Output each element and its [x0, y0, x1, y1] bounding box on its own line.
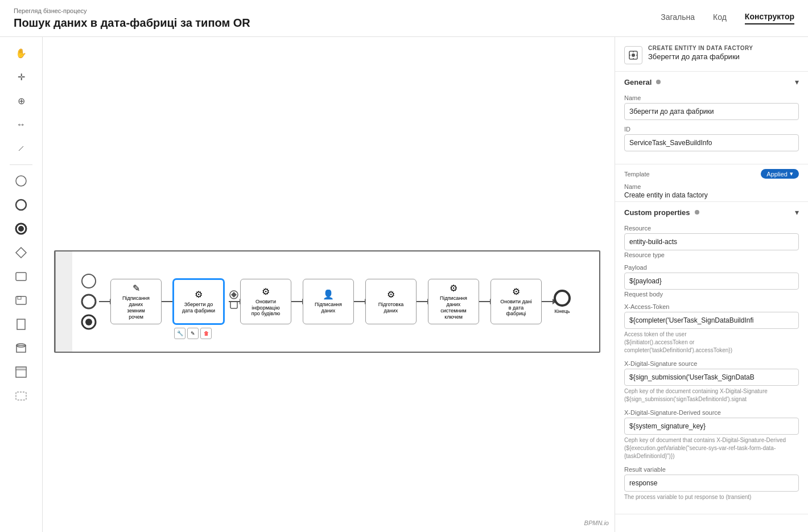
end-event-label: Кінець	[554, 308, 570, 314]
section-general-header[interactable]: General ▾	[615, 72, 808, 92]
page-shape-btn[interactable]	[10, 314, 32, 335]
section-general-body: Name ID	[615, 92, 808, 164]
section-custom-title: Custom properties	[624, 208, 699, 217]
template-badge-chevron: ▾	[790, 170, 793, 178]
template-section: Template Applied ▾ Name Create entity in…	[615, 164, 808, 202]
bpmn-watermark: BPMN.io	[584, 519, 609, 526]
page-title: Пошук даних в дата-фабриці за типом OR	[14, 17, 250, 30]
svg-point-0	[16, 176, 26, 186]
circle-filled-shape-btn[interactable]	[10, 218, 32, 239]
x-access-token-label: X-Access-Token	[624, 303, 799, 310]
canvas-inner: ✎ Підписанняданихземнимрочем ⚙	[43, 37, 615, 532]
header-left: Перегляд бізнес-процесу Пошук даних в да…	[14, 7, 250, 30]
section-general-title: General	[624, 78, 661, 86]
connect-tool-btn[interactable]: ⟋	[10, 138, 32, 159]
task2-label: Зберегти додата фабрики	[182, 302, 215, 314]
task7-icon: ⚙	[512, 286, 520, 297]
nav-item-code[interactable]: Код	[713, 13, 727, 24]
dotted-rect-shape-btn[interactable]	[10, 386, 32, 406]
svg-rect-8	[17, 319, 25, 329]
pool-label	[55, 251, 72, 352]
task-edit-action[interactable]: ✎	[187, 328, 199, 339]
cylinder-shape-btn[interactable]	[10, 338, 32, 358]
task-save-data-factory[interactable]: ⚙ Зберегти додата фабрики 🔧 ✎ 🗑	[173, 279, 224, 324]
circle-bold-shape-btn[interactable]	[10, 195, 32, 215]
task-wrench-action[interactable]: 🔧	[174, 328, 185, 339]
frame-shape-btn[interactable]	[10, 362, 32, 382]
resource-input[interactable]	[624, 233, 799, 250]
general-collapse-icon[interactable]: ▾	[795, 77, 799, 86]
section-custom-header[interactable]: Custom properties ▾	[615, 202, 808, 222]
x-digital-sig-desc: Ceph key of the document containing X-Di…	[624, 387, 799, 403]
task1-icon: ✎	[133, 283, 140, 294]
rect-shape-btn[interactable]	[10, 266, 32, 287]
nav-item-general[interactable]: Загальна	[661, 13, 695, 24]
panel-task-name: Зберегти до дата фабрики	[648, 52, 753, 61]
template-label: Template	[624, 171, 650, 178]
result-variable-label: Result variable	[624, 466, 799, 473]
task7-label: Оновити данів датафабриці	[500, 299, 532, 317]
x-digital-sig-derived-desc: Ceph key of document that contains X-Dig…	[624, 436, 799, 460]
task6-label: Підписанняданихсистемнимключем	[440, 295, 467, 320]
left-toolbar: ✋ ✛ ⊕ ↔ ⟋	[0, 37, 43, 532]
task4-icon: 👤	[323, 289, 334, 300]
section-custom-body: Resource Resource type Payload Request b…	[615, 222, 808, 514]
right-panel: CREATE ENTITY IN DATA FACTORY Зберегти д…	[615, 37, 808, 532]
start-events-group	[81, 273, 97, 330]
svg-rect-12	[16, 367, 26, 370]
x-digital-sig-field-group: X-Digital-Signature source Ceph key of t…	[624, 360, 799, 403]
template-badge-label: Applied	[766, 171, 788, 178]
template-badge[interactable]: Applied ▾	[761, 169, 799, 179]
x-digital-sig-input[interactable]	[624, 369, 799, 386]
rect-save-shape-btn[interactable]	[10, 290, 32, 311]
task2-icon: ⚙	[195, 289, 203, 300]
result-variable-desc: The process variable to put response to …	[624, 493, 799, 501]
task-action-buttons: 🔧 ✎ 🗑	[174, 328, 212, 339]
task-update-data-factory[interactable]: ⚙ Оновити данів датафабриці	[490, 279, 542, 324]
svg-point-23	[632, 53, 635, 57]
task-update-info[interactable]: ⚙ Оновитиінформаціюпро будівлю	[240, 279, 291, 324]
diamond-shape-btn[interactable]	[10, 242, 32, 263]
x-digital-sig-derived-field-group: X-Digital-Signature-Derived source Ceph …	[624, 409, 799, 460]
custom-collapse-icon[interactable]: ▾	[795, 208, 799, 217]
x-digital-sig-derived-input[interactable]	[624, 418, 799, 435]
task-sign-data-user[interactable]: 👤 Підписанняданих	[303, 279, 354, 324]
result-variable-field-group: Result variable The process variable to …	[624, 466, 799, 501]
task6-icon: ⚙	[450, 283, 457, 294]
resource-label: Resource	[624, 225, 799, 232]
svg-point-14	[82, 274, 96, 288]
gateway-icons	[229, 290, 238, 310]
payload-input[interactable]	[624, 273, 799, 290]
id-field-input[interactable]	[624, 134, 799, 151]
space-tool-btn[interactable]: ↔	[10, 114, 32, 135]
section-custom-props: Custom properties ▾ Resource Resource ty…	[615, 202, 808, 514]
circle-shape-btn[interactable]	[10, 171, 32, 191]
svg-point-21	[555, 291, 570, 306]
svg-point-17	[85, 319, 92, 325]
x-digital-sig-derived-label: X-Digital-Signature-Derived source	[624, 409, 799, 416]
breadcrumb: Перегляд бізнес-процесу	[14, 7, 250, 14]
task-sign-system-key[interactable]: ⚙ Підписанняданихсистемнимключем	[428, 279, 479, 324]
nav-item-constructor[interactable]: Конструктор	[745, 12, 794, 24]
end-event[interactable]: Кінець	[553, 289, 571, 314]
result-variable-input[interactable]	[624, 475, 799, 492]
svg-point-1	[16, 200, 26, 210]
lasso-tool-btn[interactable]: ⊕	[10, 90, 32, 111]
create-shape-btn[interactable]: ✛	[10, 67, 32, 87]
task5-icon: ⚙	[387, 289, 395, 300]
task3-icon: ⚙	[262, 286, 270, 297]
task-sign-data[interactable]: ✎ Підписанняданихземнимрочем	[110, 279, 162, 324]
task-prepare-data[interactable]: ⚙ Підготовкаданих	[365, 279, 417, 324]
x-access-token-input[interactable]	[624, 312, 799, 329]
svg-point-3	[18, 226, 24, 232]
task-delete-action[interactable]: 🗑	[200, 328, 212, 339]
svg-rect-20	[230, 302, 237, 308]
svg-rect-13	[16, 392, 26, 400]
canvas-area[interactable]: ✎ Підписанняданихземнимрочем ⚙	[43, 37, 615, 532]
bpmn-pool: ✎ Підписанняданихземнимрочем ⚙	[54, 250, 600, 353]
name-field-input[interactable]	[624, 103, 799, 120]
x-digital-sig-label: X-Digital-Signature source	[624, 360, 799, 367]
name-field-label: Name	[624, 94, 799, 101]
toolbar-divider	[10, 164, 32, 165]
hand-tool-btn[interactable]: ✋	[10, 43, 32, 63]
